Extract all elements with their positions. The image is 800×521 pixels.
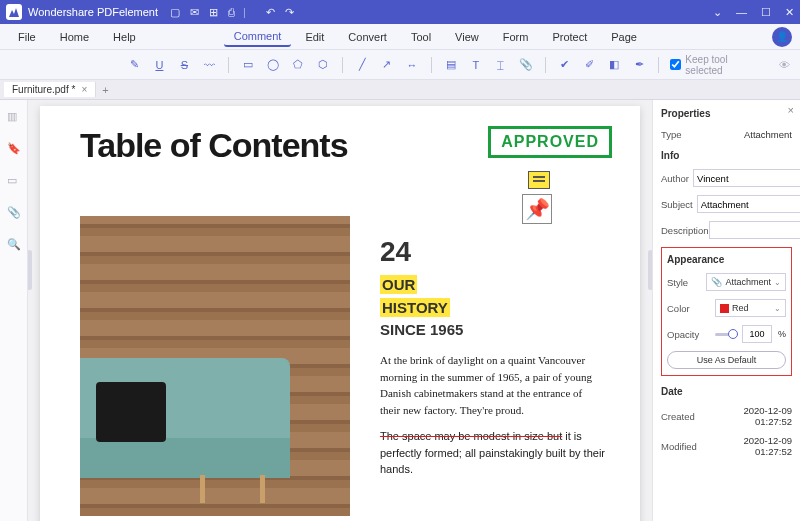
document-tab-bar: Furniture.pdf * × + [0, 80, 800, 100]
menu-file[interactable]: File [8, 28, 46, 46]
close-window-icon[interactable]: ✕ [785, 6, 794, 19]
properties-panel: × Properties TypeAttachment Info Author … [652, 100, 800, 521]
style-label: Style [667, 277, 702, 288]
menu-view[interactable]: View [445, 28, 489, 46]
attachments-icon[interactable]: 📎 [7, 206, 21, 220]
title-bar: Wondershare PDFelement ▢ ✉ ⊞ ⎙ | ↶ ↷ ⌄ —… [0, 0, 800, 24]
chevron-down-icon: ⌄ [774, 304, 781, 313]
attachment-tool-icon[interactable]: 📎 [518, 57, 534, 73]
opacity-input[interactable] [742, 325, 772, 343]
date-section-header: Date [661, 386, 792, 397]
menu-convert[interactable]: Convert [338, 28, 397, 46]
note-tool-icon[interactable]: ▤ [443, 57, 459, 73]
window-config-icon[interactable]: ⌄ [713, 6, 722, 19]
bookmarks-icon[interactable]: 🔖 [7, 142, 21, 156]
hide-annotations-icon[interactable]: 👁 [776, 57, 792, 73]
attachment-pin-annotation[interactable]: 📌 [522, 194, 552, 224]
undo-icon[interactable]: ↶ [266, 6, 275, 19]
search-icon[interactable]: 🔍 [7, 238, 21, 252]
body-paragraph: At the brink of daylight on a quaint Van… [380, 352, 605, 418]
highlight-tool-icon[interactable]: ✎ [127, 57, 143, 73]
info-section-header: Info [661, 150, 792, 161]
menu-form[interactable]: Form [493, 28, 539, 46]
stamp-tool-icon[interactable]: ✔ [557, 57, 573, 73]
author-label: Author [661, 173, 689, 184]
sticky-note-annotation[interactable] [528, 171, 550, 189]
sofa-image [80, 216, 350, 516]
distance-tool-icon[interactable]: ↔ [404, 57, 420, 73]
add-tab-icon[interactable]: + [96, 84, 114, 96]
keep-tool-checkbox[interactable]: Keep tool selected [670, 54, 767, 76]
created-value: 2020-12-09 01:27:52 [709, 405, 792, 427]
document-tab[interactable]: Furniture.pdf * × [4, 82, 96, 97]
menu-help[interactable]: Help [103, 28, 146, 46]
signature-tool-icon[interactable]: ✒ [631, 57, 647, 73]
maximize-icon[interactable]: ☐ [761, 6, 771, 19]
redo-icon[interactable]: ↷ [285, 6, 294, 19]
color-label: Color [667, 303, 711, 314]
close-panel-icon[interactable]: × [788, 104, 794, 116]
subject-label: Subject [661, 199, 693, 210]
line-tool-icon[interactable]: ╱ [354, 57, 370, 73]
left-nav-rail: ▥ 🔖 ▭ 📎 🔍 [0, 100, 28, 521]
user-avatar-icon[interactable]: 👤 [772, 27, 792, 47]
menu-page[interactable]: Page [601, 28, 647, 46]
subtitle-text: SINCE 1965 [380, 321, 605, 338]
created-label: Created [661, 411, 705, 422]
thumbnails-icon[interactable]: ▥ [7, 110, 21, 124]
mail-icon[interactable]: ⊞ [209, 6, 218, 19]
description-label: Description [661, 225, 705, 236]
type-value: Attachment [709, 129, 792, 140]
left-panel-handle[interactable] [28, 250, 32, 290]
squiggly-tool-icon[interactable]: 〰 [201, 57, 217, 73]
highlighted-text[interactable]: HISTORY [380, 298, 450, 317]
highlighted-text[interactable]: OUR [380, 275, 417, 294]
eraser-tool-icon[interactable]: ◧ [606, 57, 622, 73]
menu-home[interactable]: Home [50, 28, 99, 46]
menu-tool[interactable]: Tool [401, 28, 441, 46]
open-icon[interactable]: ▢ [170, 6, 180, 19]
cloud-tool-icon[interactable]: ⬡ [315, 57, 331, 73]
subject-input[interactable] [697, 195, 800, 213]
oval-tool-icon[interactable]: ◯ [265, 57, 281, 73]
appearance-header: Appearance [667, 254, 786, 265]
pencil-tool-icon[interactable]: ✐ [582, 57, 598, 73]
body-paragraph: The space may be modest in size but it i… [380, 428, 605, 478]
strikethrough-tool-icon[interactable]: S [176, 57, 192, 73]
type-label: Type [661, 129, 705, 140]
document-canvas[interactable]: Table of Contents APPROVED 📌 24 OUR HIST… [28, 100, 652, 521]
app-logo-icon [6, 4, 22, 20]
close-tab-icon[interactable]: × [81, 84, 87, 95]
menu-bar: File Home Help Comment Edit Convert Tool… [0, 24, 800, 50]
author-input[interactable] [693, 169, 800, 187]
chevron-down-icon: ⌄ [774, 278, 781, 287]
color-swatch-icon [720, 304, 729, 313]
panel-title: Properties [661, 108, 792, 119]
menu-edit[interactable]: Edit [295, 28, 334, 46]
opacity-slider[interactable] [715, 325, 738, 343]
strikethrough-text[interactable]: The space may be modest in size but [380, 430, 562, 442]
page-number-text: 24 [380, 236, 605, 268]
description-input[interactable] [709, 221, 800, 239]
typewriter-tool-icon[interactable]: T [468, 57, 484, 73]
style-select[interactable]: 📎Attachment⌄ [706, 273, 786, 291]
rectangle-tool-icon[interactable]: ▭ [240, 57, 256, 73]
use-as-default-button[interactable]: Use As Default [667, 351, 786, 369]
textbox-tool-icon[interactable]: ⌶ [493, 57, 509, 73]
polygon-tool-icon[interactable]: ⬠ [290, 57, 306, 73]
arrow-tool-icon[interactable]: ↗ [379, 57, 395, 73]
opacity-label: Opacity [667, 329, 711, 340]
approved-stamp[interactable]: APPROVED [488, 126, 612, 158]
appearance-section: Appearance Style 📎Attachment⌄ Color Red⌄… [661, 247, 792, 376]
menu-protect[interactable]: Protect [542, 28, 597, 46]
pdf-page: Table of Contents APPROVED 📌 24 OUR HIST… [40, 106, 640, 521]
color-select[interactable]: Red⌄ [715, 299, 786, 317]
minimize-icon[interactable]: — [736, 6, 747, 19]
modified-value: 2020-12-09 01:27:52 [709, 435, 792, 457]
annotations-icon[interactable]: ▭ [7, 174, 21, 188]
comment-toolbar: ✎ U S 〰 ▭ ◯ ⬠ ⬡ ╱ ↗ ↔ ▤ T ⌶ 📎 ✔ ✐ ◧ ✒ Ke… [0, 50, 800, 80]
print-icon[interactable]: ⎙ [228, 6, 235, 19]
save-icon[interactable]: ✉ [190, 6, 199, 19]
menu-comment[interactable]: Comment [224, 27, 292, 47]
underline-tool-icon[interactable]: U [151, 57, 167, 73]
